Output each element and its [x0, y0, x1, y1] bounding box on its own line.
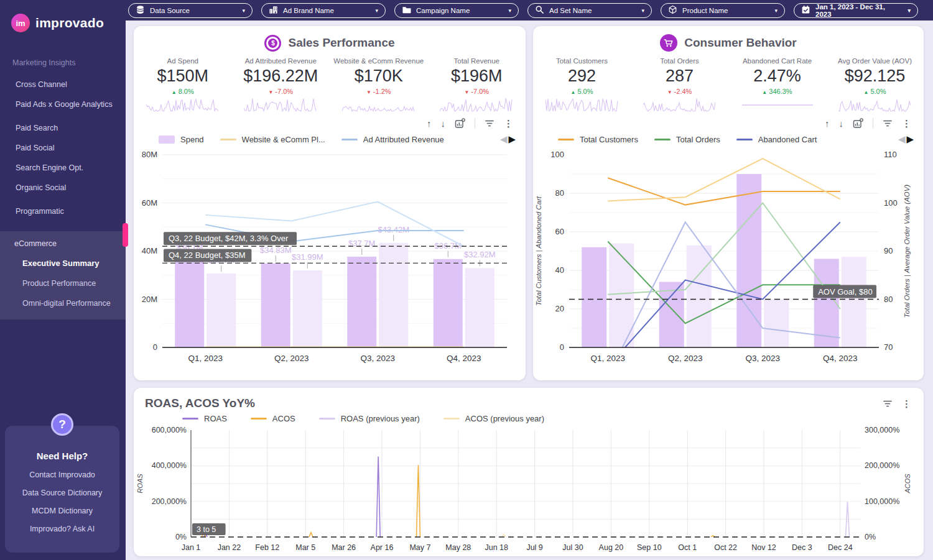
- sidebar-item-omni-digital-performance[interactable]: Omni-digital Performance: [0, 293, 126, 313]
- sidebar-section-label: Marketing Insights: [12, 58, 126, 67]
- sidebar-item-paid-social[interactable]: Paid Social: [0, 138, 126, 158]
- svg-text:100: 100: [550, 150, 564, 159]
- move-down-icon[interactable]: ↓: [441, 119, 446, 128]
- legend-item-acos[interactable]: ACOS: [251, 414, 295, 423]
- app-logo[interactable]: im improvado: [0, 0, 126, 32]
- dollar-circle-icon: $: [264, 35, 281, 52]
- legend-item-total-orders[interactable]: Total Orders: [654, 135, 720, 144]
- roas-acos-chart[interactable]: Jan 1Jan 22Feb 12Mar 5Mar 26Apr 16May 7M…: [134, 425, 914, 556]
- legend-item-acos-previous-year-[interactable]: ACOS (previous year): [443, 414, 544, 423]
- legend-item-spend[interactable]: Spend: [159, 135, 204, 144]
- sales-performance-chart[interactable]: 80M60M40M20M0$36.1M$30.7M$34.83M$31.99M$…: [134, 147, 516, 366]
- consumer-behavior-card: Consumer Behavior Total Customers292▲ 5.…: [533, 26, 924, 380]
- kpi-delta: ▲ 8.0%: [134, 88, 232, 95]
- svg-text:Q4, 2023: Q4, 2023: [823, 354, 858, 363]
- svg-text:Q3, 2023: Q3, 2023: [745, 354, 780, 363]
- svg-text:Apr 16: Apr 16: [371, 543, 394, 552]
- filter-pill-campaign-name[interactable]: Campaign Name▾: [394, 3, 519, 18]
- svg-text:Jul 30: Jul 30: [562, 543, 583, 552]
- toolbar-divider: [475, 118, 475, 128]
- active-accent-bar: [123, 223, 128, 247]
- filter-pill-jan-1-2023-dec-31-2023[interactable]: Jan 1, 2023 - Dec 31, 2023▾: [794, 3, 918, 18]
- svg-text:Dec 24: Dec 24: [828, 543, 853, 552]
- question-icon[interactable]: ?: [51, 413, 73, 436]
- legend-swatch: [251, 418, 267, 420]
- legend-swatch: [319, 418, 335, 420]
- consumer-behavior-chart[interactable]: 100806040200110100908070Total Customers …: [533, 147, 914, 366]
- chart-settings-icon[interactable]: [853, 118, 863, 129]
- dashboard-main: $ Sales Performance Ad Spend$150M▲ 8.0%A…: [126, 21, 933, 560]
- kpi-sparkline-chart: [440, 96, 513, 112]
- sidebar-item-paid-search[interactable]: Paid Search: [0, 118, 126, 138]
- move-up-icon[interactable]: ↑: [825, 119, 830, 128]
- sidebar-item-search-engine-opt-[interactable]: Search Engine Opt.: [0, 158, 126, 178]
- legend-label: Total Orders: [676, 135, 720, 144]
- filter-pill-ad-set-name[interactable]: Ad Set Name▾: [527, 3, 652, 18]
- svg-text:$32.92M: $32.92M: [464, 250, 496, 259]
- help-link-data-source-dictionary[interactable]: Data Source Dictionary: [9, 489, 116, 497]
- help-link-improvado-ask-ai[interactable]: Improvado? Ask AI: [9, 525, 116, 533]
- legend-item-ad-attributed-revenue[interactable]: Ad Attributed Revenue: [341, 135, 444, 144]
- filter-pill-product-name[interactable]: Product Name▾: [661, 3, 785, 18]
- legend-label: ACOS (previous year): [465, 414, 544, 423]
- prev-page-icon[interactable]: ◀: [500, 134, 508, 145]
- svg-text:Jun 18: Jun 18: [485, 543, 508, 552]
- legend-swatch: [341, 139, 358, 140]
- filter-pill-ad-brand-name[interactable]: Ad Brand Name▾: [261, 3, 386, 18]
- legend-swatch: [558, 139, 574, 140]
- filter-icon[interactable]: [883, 119, 893, 128]
- kpi-sparkline-chart: [741, 96, 814, 112]
- svg-text:Aug 20: Aug 20: [599, 543, 624, 552]
- kebab-menu-icon[interactable]: ⋮: [504, 119, 513, 128]
- sidebar: im improvado Marketing Insights Cross Ch…: [0, 0, 126, 560]
- filter-icon[interactable]: [883, 399, 893, 408]
- sidebar-item-organic-social[interactable]: Organic Social: [0, 178, 126, 198]
- product-box-icon: [668, 5, 677, 16]
- sidebar-item-programmatic[interactable]: Programmatic: [0, 201, 126, 221]
- legend-item-roas[interactable]: ROAS: [182, 414, 227, 423]
- improvado-logo-icon: im: [11, 14, 30, 32]
- consumer-card-header: Consumer Behavior: [533, 26, 924, 52]
- svg-text:Q2, 2023: Q2, 2023: [668, 354, 703, 363]
- legend-item-website-ecomm-pl-[interactable]: Website & eComm Pl...: [220, 135, 325, 144]
- legend-item-abandoned-cart[interactable]: Abandoned Cart: [736, 135, 817, 144]
- next-page-icon[interactable]: ▶: [906, 134, 914, 145]
- svg-text:0%: 0%: [175, 533, 187, 541]
- help-link-contact-improvado[interactable]: Contact Improvado: [9, 470, 116, 479]
- search-icon: [535, 5, 544, 16]
- legend-item-total-customers[interactable]: Total Customers: [558, 135, 638, 144]
- kpi-sparkline: [533, 96, 631, 115]
- sidebar-item-paid-ads-x-google-analytics[interactable]: Paid Ads x Google Analytics: [0, 94, 126, 114]
- prev-page-icon[interactable]: ◀: [898, 134, 906, 145]
- legend-item-roas-previous-year-[interactable]: ROAS (previous year): [319, 414, 420, 423]
- help-link-mcdm-dictionary[interactable]: MCDM Dictionary: [9, 507, 116, 515]
- filter-icon[interactable]: [485, 119, 494, 128]
- svg-text:Dec 3: Dec 3: [792, 543, 812, 552]
- filter-pill-data-source[interactable]: Data Source▾: [128, 3, 253, 18]
- next-page-icon[interactable]: ▶: [508, 134, 516, 145]
- trend-up-icon: ▲: [172, 90, 177, 95]
- sidebar-item-executive-summary[interactable]: Executive Summary: [0, 254, 126, 273]
- legend-label: Spend: [180, 135, 204, 144]
- sidebar-item-product-performance[interactable]: Product Performance: [0, 273, 126, 293]
- kebab-menu-icon[interactable]: ⋮: [902, 399, 911, 408]
- kpi-sparkline-chart: [146, 96, 220, 112]
- move-down-icon[interactable]: ↓: [839, 119, 844, 128]
- sidebar-item-ecommerce[interactable]: eCommerce: [0, 234, 126, 254]
- sales-kpi-website-ecomm-revenue: Website & eComm Revenue$170K▼ -1.2%: [330, 57, 428, 115]
- svg-text:Total Customers | Abandoned Ca: Total Customers | Abandoned Cart: [535, 196, 542, 306]
- chart-settings-icon[interactable]: [455, 118, 465, 129]
- kpi-sparkline: [134, 96, 232, 115]
- kebab-menu-icon[interactable]: ⋮: [902, 119, 911, 128]
- sidebar-nav: Cross ChannelPaid Ads x Google Analytics…: [0, 75, 126, 221]
- chevron-down-icon: ▾: [375, 7, 378, 14]
- kpi-sparkline: [631, 96, 728, 115]
- svg-text:100: 100: [884, 198, 898, 208]
- sidebar-item-cross-channel[interactable]: Cross Channel: [0, 75, 126, 94]
- kpi-label: Ad Attributed Revenue: [232, 57, 330, 65]
- move-up-icon[interactable]: ↑: [427, 119, 432, 128]
- kpi-sparkline-chart: [244, 96, 317, 112]
- filter-bar: Data Source▾Ad Brand Name▾Campaign Name▾…: [126, 0, 933, 21]
- svg-text:0%: 0%: [865, 533, 876, 541]
- legend-swatch: [182, 418, 198, 420]
